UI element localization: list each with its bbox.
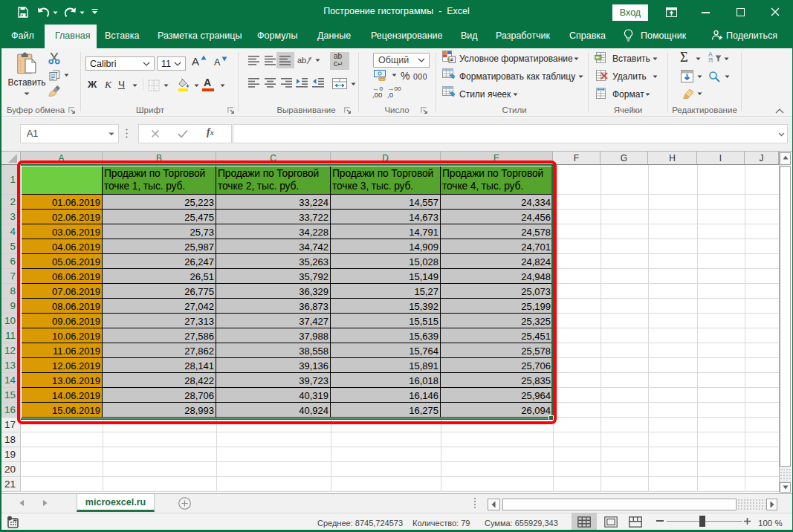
svg-text:ab: ab bbox=[297, 56, 306, 65]
svg-text:≠: ≠ bbox=[450, 56, 454, 63]
